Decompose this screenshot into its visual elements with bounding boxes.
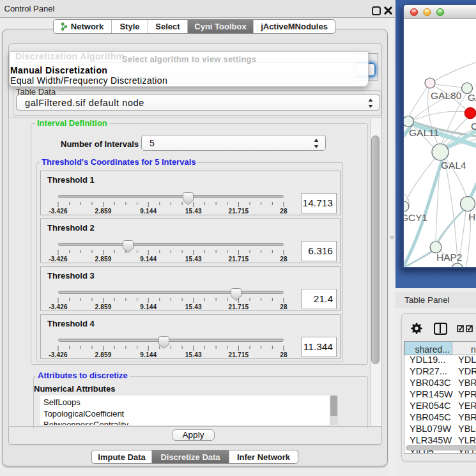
svg-text:H: H	[468, 211, 475, 222]
svg-text:HAP2: HAP2	[436, 252, 463, 263]
svg-text:GA: GA	[468, 92, 476, 103]
svg-text:GAL4: GAL4	[441, 160, 466, 171]
svg-text:GAL80: GAL80	[431, 90, 462, 101]
svg-text:CD: CD	[471, 121, 476, 132]
svg-text:GAL11: GAL11	[409, 127, 439, 138]
svg-text:GCY1: GCY1	[403, 212, 427, 223]
